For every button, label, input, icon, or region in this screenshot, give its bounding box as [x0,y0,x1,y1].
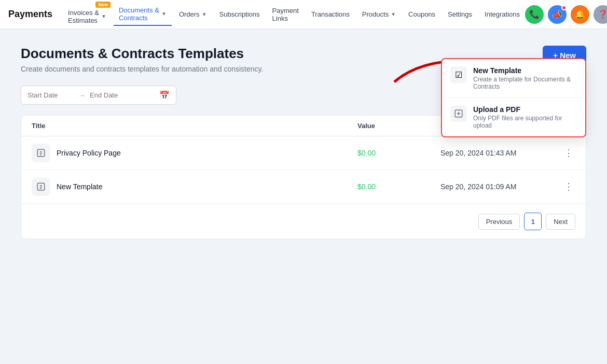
help-button[interactable]: ❓ [594,5,607,24]
nav-integrations[interactable]: Integrations [479,7,525,21]
next-button[interactable]: Next [546,214,575,230]
nav-subscriptions[interactable]: Subscriptions [214,7,265,21]
nav-products[interactable]: Products ▼ [357,7,401,21]
dropdown-item-title-1: New Template [473,66,577,75]
date-filter: → 📅 [21,86,176,105]
row-menu-button-2[interactable]: ⋮ [562,179,575,194]
nav-orders[interactable]: Orders ▼ [174,7,212,21]
nav-coupons-label: Coupons [408,10,435,18]
topnav: Payments Invoices &Estimates New ▼ Docum… [0,0,607,29]
dropdown-item-title-2: Upload a PDF [473,105,577,114]
nav-payment-links-label: PaymentLinks [272,7,299,22]
nav-transactions[interactable]: Transactions [306,7,355,21]
megaphone-notif-dot [561,5,567,10]
nav-payment-links[interactable]: PaymentLinks [267,4,304,25]
dropdown-item-desc-2: Only PDF files are supported for upload [473,115,577,129]
dropdown-item-desc-1: Create a template for Documents & Contra… [473,76,577,90]
dropdown-item-new-template[interactable]: ☑ New Template Create a template for Doc… [442,59,585,98]
dropdown-menu: ☑ New Template Create a template for Doc… [441,58,586,137]
upload-pdf-icon [450,105,467,122]
nav-products-label: Products [362,10,389,18]
products-chevron-icon: ▼ [391,11,396,17]
bell-button[interactable]: 🔔 [571,5,589,24]
dropdown-item-text-2: Upload a PDF Only PDF files are supporte… [473,105,577,129]
page-header-text: Documents & Contracts Templates Create d… [21,46,263,73]
invoices-chevron-icon: ▼ [101,13,106,19]
table-row: New Template $0.00 Sep 20, 2024 01:09 AM… [21,170,586,204]
new-template-icon: ☑ [450,66,467,83]
row-actions-1: ⋮ [555,145,575,161]
row-value-2: $0.00 [357,183,440,191]
invoices-badge: New [95,2,111,8]
row-actions-2: ⋮ [555,179,575,194]
nav-orders-label: Orders [179,10,200,18]
nav-settings[interactable]: Settings [443,7,477,21]
date-arrow-icon: → [78,91,86,100]
nav-right: 📞 📣 🔔 ❓ KR [525,5,607,24]
brand-label: Payments [8,9,52,20]
page-title: Documents & Contracts Templates [21,46,263,62]
row-name-1: Privacy Policy Page [57,149,121,157]
end-date-input[interactable] [90,91,136,99]
documents-chevron-icon: ▼ [161,11,167,17]
nav-settings-label: Settings [448,10,472,18]
nav-integrations-label: Integrations [485,10,520,18]
row-title-2: New Template [32,177,357,196]
row-title-1: Privacy Policy Page [32,144,357,162]
nav-invoices[interactable]: Invoices &Estimates New ▼ [63,2,112,27]
nav-documents[interactable]: Documents &Contracts ▼ [114,3,172,26]
row-date-1: Sep 20, 2024 01:43 AM [440,149,555,157]
megaphone-wrapper: 📣 [548,5,567,24]
nav-items: Invoices &Estimates New ▼ Documents &Con… [63,2,525,27]
nav-documents-label: Documents &Contracts [119,6,159,22]
row-menu-button-1[interactable]: ⋮ [562,145,575,161]
calendar-icon: 📅 [159,90,170,100]
col-title: Title [32,122,357,130]
table-row: Privacy Policy Page $0.00 Sep 20, 2024 0… [21,136,586,170]
row-name-2: New Template [57,183,102,191]
phone-button[interactable]: 📞 [525,5,544,24]
row-icon-1 [32,144,50,162]
nav-coupons[interactable]: Coupons [403,7,440,21]
nav-transactions-label: Transactions [311,10,350,18]
pagination: Previous 1 Next [21,204,586,239]
orders-chevron-icon: ▼ [202,11,207,17]
dropdown-item-text-1: New Template Create a template for Docum… [473,66,577,90]
page-number[interactable]: 1 [524,213,542,230]
dropdown-item-upload-pdf[interactable]: Upload a PDF Only PDF files are supporte… [442,98,585,136]
col-value: Value [357,122,440,130]
nav-invoices-label: Invoices &Estimates [68,9,99,24]
row-date-2: Sep 20, 2024 01:09 AM [440,183,555,191]
start-date-input[interactable] [27,91,74,99]
row-value-1: $0.00 [357,149,440,157]
row-icon-2 [32,177,50,196]
previous-button[interactable]: Previous [478,214,520,230]
main-content: Documents & Contracts Templates Create d… [0,29,607,256]
page-subtitle: Create documents and contracts templates… [21,65,263,73]
nav-subscriptions-label: Subscriptions [219,10,260,18]
